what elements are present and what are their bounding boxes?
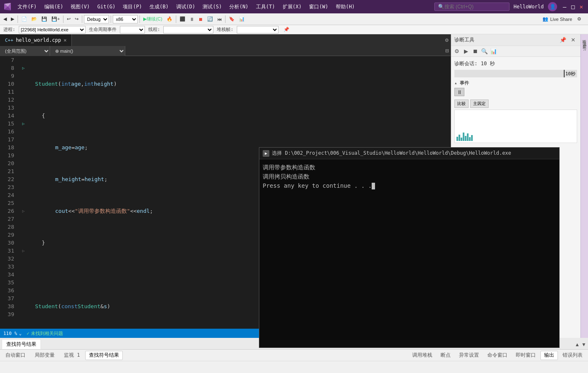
live-share-button[interactable]: 👥 Live Share	[541, 15, 574, 24]
fold-8: ▷	[20, 64, 27, 72]
up-btn[interactable]: ▲	[575, 342, 580, 347]
restart-btn[interactable]: 🔄	[205, 15, 215, 24]
fold-30	[20, 239, 27, 247]
local-tab[interactable]: 局部变量	[31, 351, 58, 360]
process-select[interactable]: [22968] HelloWorld.exe	[19, 26, 86, 33]
fold-7[interactable]	[20, 56, 27, 64]
search-input[interactable]	[444, 4, 499, 10]
ln-29: 29	[0, 231, 17, 239]
split-editor-btn[interactable]: ⊟	[444, 46, 451, 56]
fold-11	[20, 88, 27, 96]
menu-file[interactable]: 文件(F)	[14, 2, 40, 12]
compare-tab[interactable]: 比较	[454, 100, 469, 108]
code-line-7: Student(int age, int height)	[27, 80, 451, 88]
step-back-btn[interactable]: ⏮	[215, 15, 223, 24]
tab-close-icon[interactable]: ✕	[63, 37, 66, 43]
ln-15: 15	[0, 120, 17, 128]
search-box[interactable]: 🔍	[434, 3, 509, 11]
project-name: HelloWorld	[514, 4, 544, 10]
fold-31: ▷	[20, 247, 27, 255]
class-scope-select[interactable]: (全局范围)	[0, 46, 50, 56]
menu-extensions[interactable]: 扩展(X)	[279, 2, 305, 12]
menu-test[interactable]: 测试(S)	[199, 2, 225, 12]
immediate-tab[interactable]: 即时窗口	[512, 351, 540, 360]
ln-34: 34	[0, 271, 17, 278]
callstack-tab[interactable]: 调用堆栈	[408, 351, 436, 360]
menu-analyze[interactable]: 分析(N)	[226, 2, 252, 12]
find-tab-2[interactable]: 查找符号结果	[85, 351, 123, 360]
editor-tabs: C++ hello_world.cpp ✕ ⚙	[0, 34, 451, 46]
exceptions-tab[interactable]: 异常设置	[455, 351, 483, 360]
memory-tab[interactable]: 主因定	[470, 100, 489, 108]
side-label-git[interactable]: Git	[582, 43, 587, 52]
editor-tab-hello-world[interactable]: C++ hello_world.cpp ✕	[0, 34, 72, 46]
platform-select[interactable]: x86	[113, 15, 138, 23]
pin-button[interactable]: 📌	[282, 25, 291, 34]
ln-9: 9	[0, 72, 17, 80]
function-select[interactable]: ⊕ main()	[50, 46, 125, 56]
close-button[interactable]: ✕	[578, 3, 585, 10]
diag-play-btn[interactable]: ▶	[462, 47, 470, 56]
stack-label: 堆栈帧:	[217, 26, 233, 33]
pin-panel-btn[interactable]: 📌	[559, 36, 567, 44]
diag-settings-btn[interactable]: ⚙	[453, 47, 461, 56]
event-play-btn[interactable]: ⏸	[454, 88, 464, 96]
menu-edit[interactable]: 编辑(E)	[41, 2, 67, 12]
menu-help[interactable]: 帮助(H)	[332, 2, 358, 12]
bar-1	[456, 137, 458, 141]
errorlist-tab[interactable]: 错误列表	[559, 351, 586, 360]
output-tab[interactable]: 输出	[540, 351, 558, 360]
bar-5	[465, 136, 466, 141]
step-over-btn[interactable]: ⬛	[178, 15, 187, 24]
stack-select[interactable]	[237, 26, 279, 33]
diag-stop-btn[interactable]: ⏹	[471, 47, 479, 56]
line-numbers: 7 8 9 10 11 12 13 14 15 16 17 18 19 20 2…	[0, 56, 20, 329]
menu-project[interactable]: 项目(P)	[119, 2, 145, 12]
process-label: 进程:	[3, 26, 15, 33]
settings-editor-btn[interactable]: ⚙	[443, 36, 451, 45]
save-button[interactable]: 💾	[40, 15, 49, 24]
undo-button[interactable]: ↩	[65, 15, 72, 24]
menu-window[interactable]: 窗口(W)	[306, 2, 332, 12]
close-panel-btn[interactable]: ✕	[569, 36, 577, 44]
menu-tools[interactable]: 工具(T)	[253, 2, 279, 12]
bookmark-btn[interactable]: 🔖	[227, 15, 236, 24]
stop-btn[interactable]: ⏹	[197, 15, 205, 24]
minimize-button[interactable]: —	[561, 3, 568, 10]
continue-button[interactable]: ▶ 继续(C)	[142, 15, 164, 24]
auto-window-tab[interactable]: 自动窗口	[2, 351, 29, 360]
cpu-mem-chart: 比较 主因定	[454, 100, 577, 143]
settings-button[interactable]: ⚙	[575, 15, 583, 24]
menu-git[interactable]: Git(G)	[94, 2, 119, 11]
diag-search-btn[interactable]: 🔍	[480, 47, 489, 56]
menu-view[interactable]: 视图(V)	[67, 2, 93, 12]
forward-button[interactable]: ▶	[9, 15, 16, 24]
breakpoints-tab[interactable]: 断点	[437, 351, 454, 360]
diag-chart-btn[interactable]: 📊	[489, 47, 498, 56]
find-symbol-tab[interactable]: 查找符号结果	[2, 339, 41, 349]
save-all-button[interactable]: 💾+	[50, 15, 61, 24]
watch1-tab[interactable]: 监视 1	[60, 351, 84, 360]
hot-reload-button[interactable]: 🔥	[165, 15, 174, 24]
back-button[interactable]: ◀	[2, 15, 8, 24]
ln-37: 37	[0, 294, 17, 302]
down-btn[interactable]: ▼	[581, 342, 586, 347]
side-label-diag[interactable]: 诊断	[581, 36, 588, 38]
new-file-button[interactable]: 📄	[20, 15, 29, 24]
toolbar-sep-5	[139, 15, 140, 23]
redo-button[interactable]: ↪	[73, 15, 80, 24]
fold-12	[20, 96, 27, 104]
menu-build[interactable]: 生成(B)	[146, 2, 172, 12]
open-button[interactable]: 📂	[30, 15, 39, 24]
pause-btn[interactable]: ⏸	[188, 15, 196, 24]
thread-select[interactable]	[163, 26, 213, 33]
lifecycle-select[interactable]	[120, 26, 145, 33]
perf-btn[interactable]: 📊	[237, 15, 246, 24]
cmdwindow-tab[interactable]: 命令窗口	[484, 351, 511, 360]
side-label-debug[interactable]: 调试	[581, 38, 588, 40]
debug-config-select[interactable]: Debug	[84, 15, 109, 23]
console-window[interactable]: ▶ 选择 D:\002_Project\006_Visual_Studio\He…	[259, 147, 560, 348]
side-label-test[interactable]: 监控	[581, 41, 588, 43]
maximize-button[interactable]: □	[570, 3, 576, 10]
menu-debug[interactable]: 调试(D)	[173, 2, 199, 12]
